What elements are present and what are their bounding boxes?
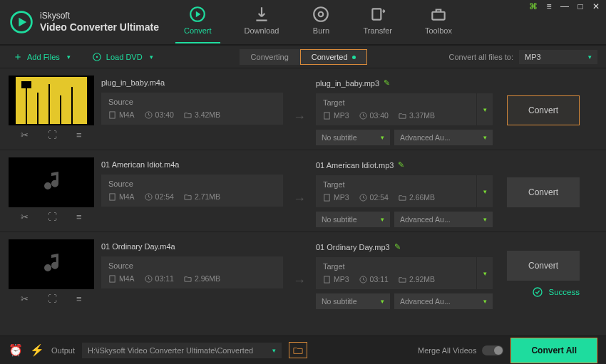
arrow-right-icon: → [293, 274, 306, 288]
arrow-right-icon: → [293, 192, 306, 207]
tab-converting[interactable]: Converting [240, 49, 300, 65]
thumbnail[interactable] [9, 76, 94, 125]
audio-track-select[interactable]: Advanced Au...▾ [394, 130, 493, 145]
folder-icon [184, 275, 192, 283]
folder-icon [399, 276, 406, 284]
svg-rect-7 [432, 12, 444, 20]
menu-icon[interactable]: ≡ [543, 1, 555, 11]
file-icon [323, 276, 331, 284]
target-format-select[interactable]: ▾ [477, 175, 493, 207]
file-icon [108, 111, 116, 119]
target-panel: Target MP3 02:54 2.66MB [316, 175, 476, 207]
trim-icon[interactable]: ✂ [21, 212, 29, 222]
convert-button[interactable]: Convert [507, 95, 580, 125]
folder-icon [399, 194, 406, 202]
file-icon [323, 194, 331, 202]
target-format-select[interactable]: ▾ [477, 93, 493, 125]
promo-icon[interactable]: ⌘ [528, 1, 539, 11]
source-filename: 01 American Idiot.m4a [101, 160, 283, 169]
music-note-icon [37, 250, 66, 279]
source-filename: plug_in_baby.m4a [101, 78, 283, 87]
source-filename: 01 Ordinary Day.m4a [101, 242, 283, 251]
output-path-select[interactable]: H:\iSkysoft Video Converter Ultimate\Con… [82, 343, 282, 358]
thumbnail[interactable] [9, 157, 94, 207]
trim-icon[interactable]: ✂ [21, 130, 29, 140]
thumbnail[interactable] [9, 239, 94, 289]
folder-icon [293, 345, 303, 355]
check-circle-icon [532, 286, 543, 298]
edit-icon[interactable]: ✎ [394, 242, 401, 251]
audio-track-select[interactable]: Advanced Au...▾ [394, 212, 493, 227]
nav-transfer[interactable]: Transfer [359, 2, 396, 42]
file-row: ✂ ⛶ ≡ 01 Ordinary Day.m4a Source M4A 03:… [0, 232, 606, 313]
close-icon[interactable]: ✕ [590, 1, 602, 11]
file-icon [108, 193, 116, 201]
nav-toolbox[interactable]: Toolbox [421, 2, 456, 42]
convert-icon [188, 5, 207, 24]
clock-icon [359, 276, 367, 284]
svg-rect-6 [372, 9, 381, 19]
footer: ⏰ ⚡ Output H:\iSkysoft Video Converter U… [0, 336, 606, 364]
merge-toggle[interactable] [482, 345, 503, 355]
schedule-icon[interactable]: ⏰ [9, 343, 23, 357]
burn-icon [312, 5, 330, 24]
subtitle-select[interactable]: No subtitle▾ [316, 293, 390, 309]
crop-icon[interactable]: ⛶ [48, 130, 57, 140]
edit-icon[interactable]: ✎ [384, 78, 390, 88]
svg-marker-1 [19, 18, 26, 27]
convert-button[interactable]: Convert [507, 177, 580, 207]
clock-icon [145, 111, 153, 119]
effects-icon[interactable]: ≡ [76, 130, 82, 140]
effects-icon[interactable]: ≡ [76, 212, 82, 222]
subtitle-select[interactable]: No subtitle▾ [316, 130, 390, 145]
chevron-down-icon: ▾ [67, 53, 71, 61]
file-icon [323, 112, 331, 120]
maximize-icon[interactable]: □ [575, 1, 586, 11]
subtitle-select[interactable]: No subtitle▾ [316, 212, 390, 227]
plus-icon: ＋ [13, 51, 23, 63]
crop-icon[interactable]: ⛶ [48, 212, 57, 222]
svg-marker-3 [196, 11, 201, 18]
svg-rect-12 [324, 112, 329, 118]
load-dvd-button[interactable]: Load DVD ▾ [88, 51, 158, 63]
conversion-status-segment: Converting Converted [240, 49, 367, 65]
chevron-down-icon: ▾ [588, 53, 592, 61]
brand-line2: Video Converter Ultimate [40, 21, 159, 33]
source-panel: Source M4A 02:54 2.71MB [101, 175, 283, 207]
chevron-down-icon: ▾ [150, 53, 153, 61]
file-row: ✂ ⛶ ≡ 01 American Idiot.m4a Source M4A 0… [0, 150, 606, 232]
svg-point-5 [319, 12, 324, 17]
target-filename: 01 American Idiot.mp3✎ [316, 160, 493, 170]
convert-button[interactable]: Convert [507, 251, 580, 281]
open-output-folder-button[interactable] [289, 342, 307, 358]
convert-all-button[interactable]: Convert All [510, 338, 597, 363]
nav-burn[interactable]: Burn [307, 2, 334, 42]
music-note-icon [37, 168, 66, 197]
minimize-icon[interactable]: — [559, 1, 570, 11]
tab-converted[interactable]: Converted [300, 49, 367, 65]
edit-icon[interactable]: ✎ [398, 160, 404, 170]
add-files-button[interactable]: ＋ Add Files ▾ [9, 49, 75, 65]
nav-convert[interactable]: Convert [180, 2, 216, 42]
convert-all-to: Convert all files to: MP3 ▾ [449, 50, 597, 64]
audio-track-select[interactable]: Advanced Au...▾ [394, 293, 493, 309]
target-format-select[interactable]: ▾ [477, 257, 493, 289]
svg-rect-16 [324, 194, 329, 200]
svg-rect-18 [110, 275, 115, 281]
clock-icon [359, 194, 367, 202]
folder-icon [399, 112, 406, 120]
download-icon [252, 5, 271, 24]
folder-icon [184, 111, 192, 119]
folder-icon [184, 193, 192, 201]
file-icon [108, 275, 116, 283]
crop-icon[interactable]: ⛶ [48, 293, 57, 304]
trim-icon[interactable]: ✂ [21, 293, 29, 304]
svg-point-4 [314, 7, 329, 21]
effects-icon[interactable]: ≡ [76, 293, 82, 304]
output-format-select[interactable]: MP3 ▾ [519, 50, 597, 64]
source-panel: Source M4A 03:40 3.42MB [101, 93, 283, 125]
clock-icon [145, 193, 153, 201]
gpu-accel-icon[interactable]: ⚡ [30, 343, 44, 357]
target-panel: Target MP3 03:11 2.92MB [316, 257, 476, 289]
nav-download[interactable]: Download [240, 2, 284, 42]
